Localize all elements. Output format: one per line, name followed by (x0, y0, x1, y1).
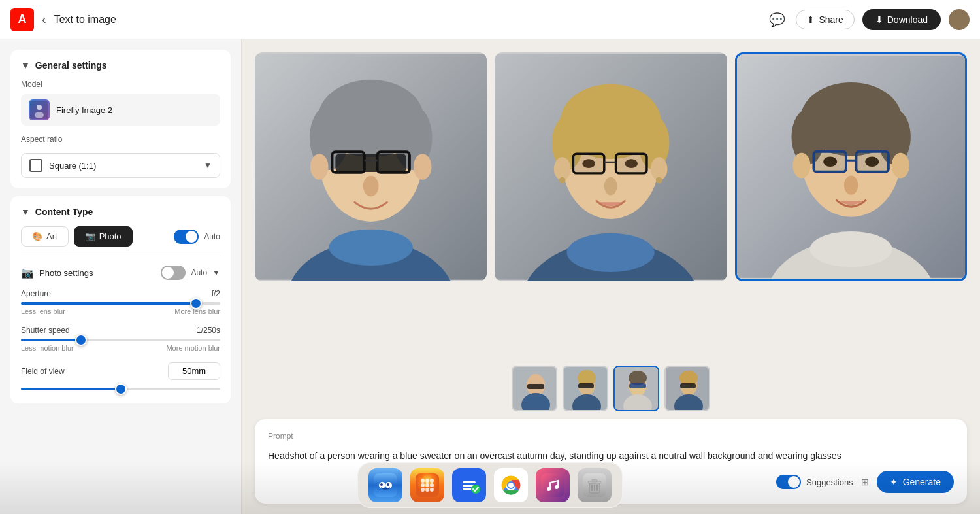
dock-tasks-icon[interactable] (452, 468, 486, 502)
svg-point-48 (891, 153, 909, 179)
dock-trash-icon[interactable] (578, 468, 612, 502)
photo-label: Photo (99, 231, 122, 241)
topbar: A ‹ Text to image 💬 ⬆ Share ⬇ Download (0, 0, 980, 39)
fov-slider-track[interactable] (21, 388, 220, 390)
chevron-down-icon: ▼ (204, 161, 212, 170)
svg-rect-62 (629, 383, 646, 388)
main-image-1[interactable] (255, 52, 487, 281)
dock-launchpad-icon[interactable] (410, 468, 444, 502)
aspect-ratio-selector[interactable]: Square (1:1) ▼ (21, 153, 220, 178)
download-button[interactable]: ⬇ Download (862, 9, 941, 30)
model-thumb-svg (30, 101, 48, 119)
dock-inner (357, 462, 623, 508)
fov-slider-thumb[interactable] (115, 383, 127, 395)
photo-icon: 📷 (85, 231, 95, 241)
svg-point-46 (844, 176, 858, 195)
photo-button[interactable]: 📷 Photo (74, 226, 133, 247)
svg-point-72 (387, 483, 389, 486)
svg-point-79 (430, 483, 434, 487)
svg-point-91 (508, 483, 514, 488)
thumbnail-2[interactable] (563, 366, 608, 411)
model-selector[interactable]: Firefly Image 2 (21, 94, 220, 126)
photo-settings-toggle-row: Auto ▼ (161, 266, 220, 280)
svg-point-2 (35, 112, 44, 118)
svg-point-82 (430, 488, 434, 492)
art-button[interactable]: 🎨 Art (21, 226, 69, 247)
portrait-svg-2 (495, 52, 727, 281)
svg-rect-52 (527, 384, 544, 389)
svg-point-15 (310, 154, 329, 179)
content-area: Prompt Headshot of a person wearing a bl… (242, 39, 980, 514)
svg-point-47 (792, 153, 810, 179)
main-image-3[interactable] (735, 52, 967, 281)
svg-point-27 (583, 159, 596, 168)
photo-settings-header[interactable]: 📷 Photo settings Auto ▼ (21, 266, 220, 280)
avatar[interactable] (949, 9, 970, 30)
photo-settings-icon: 📷 (21, 267, 34, 279)
svg-point-93 (547, 487, 551, 491)
svg-point-66 (679, 371, 698, 385)
svg-point-16 (414, 154, 432, 179)
content-type-title: Content Type (35, 207, 93, 217)
svg-point-81 (425, 488, 429, 492)
adobe-logo: A (10, 8, 34, 31)
svg-point-45 (865, 156, 879, 167)
svg-point-5 (329, 230, 413, 266)
aspect-ratio-label: Aspect ratio (21, 135, 220, 144)
thumbnail-3[interactable] (613, 366, 659, 411)
dock (0, 462, 980, 514)
more-motion-blur-hint: More motion blur (166, 344, 220, 352)
photo-settings-expand-icon[interactable]: ▼ (212, 268, 220, 277)
svg-point-19 (567, 233, 655, 272)
svg-point-74 (421, 479, 425, 483)
aspect-ratio-value: Square (1:1) (49, 161, 197, 171)
svg-rect-67 (680, 383, 696, 388)
back-button[interactable]: ‹ (42, 12, 46, 27)
svg-point-71 (380, 483, 383, 486)
thumbnail-1[interactable] (512, 366, 557, 411)
svg-point-77 (421, 483, 425, 487)
main-layout: ▼ General settings Model Firefly Image 2… (0, 39, 980, 514)
svg-point-36 (809, 231, 892, 267)
image-col-2 (495, 52, 727, 281)
art-icon: 🎨 (32, 231, 42, 241)
prompt-label: Prompt (268, 430, 954, 441)
chat-icon-button[interactable]: 💬 (766, 9, 788, 30)
svg-point-94 (555, 485, 559, 489)
shutter-speed-slider-thumb[interactable] (75, 334, 87, 346)
aperture-slider-fill (21, 302, 196, 305)
prompt-label-text: Prompt (268, 432, 293, 441)
download-icon: ⬇ (875, 14, 883, 25)
content-type-header[interactable]: ▼ Content Type (21, 207, 220, 217)
aperture-slider-thumb[interactable] (190, 298, 202, 309)
page-title: Text to image (54, 14, 116, 26)
general-settings-header[interactable]: ▼ General settings (21, 60, 220, 71)
aperture-slider-track[interactable] (21, 302, 220, 305)
svg-rect-84 (463, 481, 476, 483)
aperture-label-row: Aperture f/2 (21, 289, 220, 298)
aperture-value: f/2 (212, 289, 220, 298)
main-image-2[interactable] (495, 52, 727, 281)
shutter-speed-label: Shutter speed (21, 326, 70, 335)
dock-chrome-icon[interactable] (494, 468, 528, 502)
auto-toggle[interactable] (174, 230, 199, 244)
share-button[interactable]: ⬆ Share (796, 10, 854, 29)
share-label: Share (819, 14, 843, 25)
thumbnail-4[interactable] (664, 366, 710, 411)
dock-finder-icon[interactable] (368, 468, 402, 502)
art-label: Art (46, 231, 57, 241)
svg-rect-92 (541, 473, 564, 497)
fov-label: Field of view (21, 367, 65, 376)
sidebar: ▼ General settings Model Firefly Image 2… (0, 39, 242, 514)
svg-point-44 (823, 156, 837, 167)
fov-input[interactable] (168, 362, 220, 380)
svg-point-1 (37, 105, 42, 110)
prompt-text[interactable]: Headshot of a person wearing a blue swea… (268, 449, 954, 463)
photo-settings-toggle[interactable] (161, 266, 186, 280)
aperture-hint-row: Less lens blur More lens blur (21, 307, 220, 315)
svg-rect-86 (463, 488, 472, 490)
dock-music-icon[interactable] (536, 468, 570, 502)
shutter-hint-row: Less motion blur More motion blur (21, 344, 220, 352)
svg-rect-57 (578, 383, 594, 388)
shutter-speed-slider-track[interactable] (21, 339, 220, 341)
